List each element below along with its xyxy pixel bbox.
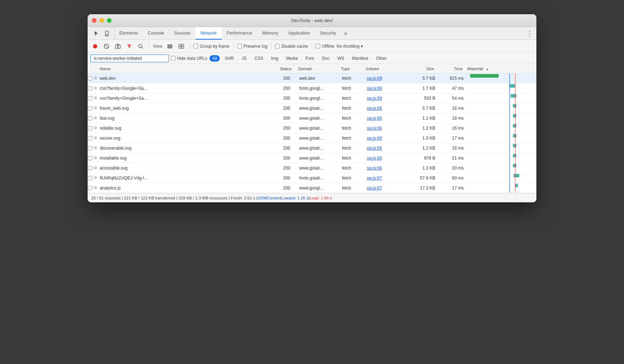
table-row[interactable]: ⚙ discoverable.svg 200 www.gstati… fetch…	[88, 143, 536, 153]
table-row[interactable]: ⚙ installable.svg 200 www.gstati… fetch …	[88, 153, 536, 163]
record-button[interactable]	[90, 42, 100, 51]
table-row[interactable]: ⚙ reliable.svg 200 www.gstati… fetch sw.…	[88, 123, 536, 133]
hide-data-urls-label[interactable]: Hide data URLs	[171, 56, 207, 61]
preserve-log-checkbox[interactable]	[237, 44, 242, 48]
tab-console[interactable]: Console	[143, 27, 169, 40]
filter-img-button[interactable]: Img	[268, 55, 281, 62]
list-view-button[interactable]	[165, 42, 175, 51]
close-button[interactable]	[92, 18, 97, 23]
row-checkbox[interactable]	[88, 106, 92, 110]
row-checkbox[interactable]	[88, 86, 92, 90]
row-checkbox[interactable]	[88, 156, 92, 160]
filter-xhr-button[interactable]: XHR	[222, 55, 236, 62]
row-initiator[interactable]: sw.js:67	[367, 176, 410, 181]
filter-js-button[interactable]: JS	[239, 55, 249, 62]
row-checkbox[interactable]	[88, 176, 92, 180]
row-checkbox[interactable]	[88, 116, 92, 120]
table-row[interactable]: ⚙ css?family=Google+Sa… 200 fonts.googl……	[88, 83, 536, 93]
table-row[interactable]: ⚙ analytics.js 200 www.googl… fetch sw.j…	[88, 183, 536, 193]
filter-media-button[interactable]: Media	[283, 55, 301, 62]
row-initiator[interactable]: sw.js:66	[367, 106, 410, 111]
cursor-icon[interactable]	[92, 29, 100, 38]
row-checkbox[interactable]	[88, 166, 92, 170]
header-status[interactable]: Status	[273, 67, 298, 71]
row-name[interactable]: flUhRq6tzZclQEJ-Vdg-I…	[98, 176, 274, 181]
filter-manifest-button[interactable]: Manifest	[349, 55, 371, 62]
filter-all-button[interactable]: All	[209, 55, 220, 62]
header-waterfall[interactable]: Waterfall ▲	[466, 67, 536, 71]
detail-view-button[interactable]	[177, 42, 186, 51]
row-name[interactable]: css?family=Google+Sa…	[98, 86, 274, 91]
row-name[interactable]: accessible.svg	[98, 166, 274, 171]
filter-ws-button[interactable]: WS	[334, 55, 347, 62]
hide-data-urls-checkbox[interactable]	[171, 56, 176, 61]
minimize-button[interactable]	[99, 18, 104, 23]
capture-screenshot-button[interactable]	[113, 42, 123, 51]
row-initiator[interactable]: sw.js:66	[367, 116, 410, 121]
maximize-button[interactable]	[107, 18, 111, 23]
table-row[interactable]: ⚙ flUhRq6tzZclQEJ-Vdg-I… 200 fonts.gstat…	[88, 173, 536, 183]
filter-doc-button[interactable]: Doc	[319, 55, 332, 62]
row-name[interactable]: discoverable.svg	[98, 146, 274, 151]
offline-label[interactable]: Offline	[316, 44, 334, 49]
row-checkbox[interactable]	[88, 76, 92, 80]
row-name[interactable]: fast.svg	[98, 116, 274, 121]
tab-application[interactable]: Application	[283, 27, 315, 40]
clear-button[interactable]	[102, 42, 111, 51]
table-row[interactable]: ⚙ fast.svg 200 www.gstati… fetch sw.js:6…	[88, 113, 536, 123]
group-by-frame-label[interactable]: Group by frame	[193, 44, 229, 49]
filter-icon[interactable]	[125, 42, 134, 51]
row-checkbox[interactable]	[88, 136, 92, 140]
header-time[interactable]: Time	[437, 67, 466, 71]
offline-checkbox[interactable]	[316, 44, 320, 48]
row-initiator[interactable]: sw.js:69	[367, 96, 410, 101]
mobile-icon[interactable]	[103, 29, 111, 38]
row-name[interactable]: css?family=Google+Sa…	[98, 96, 274, 101]
devtools-menu-button[interactable]: ⋮	[523, 27, 536, 40]
group-by-frame-checkbox[interactable]	[193, 44, 198, 48]
row-checkbox[interactable]	[88, 146, 92, 150]
tab-sources[interactable]: Sources	[169, 27, 196, 40]
row-initiator[interactable]: sw.js:69	[367, 76, 410, 81]
header-type[interactable]: Type	[341, 67, 366, 71]
header-size[interactable]: Size	[409, 67, 437, 71]
row-name[interactable]: web.dev	[98, 76, 274, 81]
row-initiator[interactable]: sw.js:66	[367, 146, 410, 151]
row-name[interactable]: secure.svg	[98, 136, 274, 141]
table-row[interactable]: ⚙ secure.svg 200 www.gstati… fetch sw.js…	[88, 133, 536, 143]
preserve-log-label[interactable]: Preserve log	[237, 44, 267, 49]
disable-cache-checkbox[interactable]	[275, 44, 280, 48]
row-name[interactable]: future_web.svg	[98, 106, 274, 111]
row-checkbox[interactable]	[88, 186, 92, 190]
table-row[interactable]: ⚙ accessible.svg 200 www.gstati… fetch s…	[88, 163, 536, 173]
tab-more-button[interactable]: »	[341, 27, 350, 40]
row-name[interactable]: installable.svg	[98, 156, 274, 161]
tab-memory[interactable]: Memory	[257, 27, 283, 40]
header-initiator[interactable]: Initiator	[366, 67, 409, 71]
row-initiator[interactable]: sw.js:66	[367, 136, 410, 141]
row-initiator[interactable]: sw.js:66	[367, 126, 410, 131]
disable-cache-label[interactable]: Disable cache	[275, 44, 308, 49]
row-checkbox[interactable]	[88, 96, 92, 100]
filter-other-button[interactable]: Other	[373, 55, 390, 62]
row-initiator[interactable]: sw.js:66	[367, 156, 410, 161]
tab-elements[interactable]: Elements	[114, 27, 143, 40]
tab-security[interactable]: Security	[315, 27, 341, 40]
tab-network[interactable]: Network	[196, 27, 222, 40]
filter-font-button[interactable]: Font	[303, 55, 317, 62]
tab-performance[interactable]: Performance	[222, 27, 258, 40]
table-row[interactable]: ⚙ web.dev 200 web.dev fetch sw.js:69 5.7…	[88, 73, 536, 83]
row-checkbox[interactable]	[88, 126, 92, 130]
row-initiator[interactable]: sw.js:69	[367, 86, 410, 91]
header-domain[interactable]: Domain	[298, 67, 341, 71]
table-row[interactable]: ⚙ future_web.svg 200 www.gstati… fetch s…	[88, 103, 536, 113]
header-name[interactable]: Name	[98, 67, 273, 71]
row-name[interactable]: analytics.js	[98, 186, 274, 191]
row-name[interactable]: reliable.svg	[98, 126, 274, 131]
throttle-select[interactable]: No throttling ▾	[337, 44, 363, 49]
row-initiator[interactable]: sw.js:67	[367, 186, 410, 191]
table-row[interactable]: ⚙ css?family=Google+Sa… 200 fonts.googl……	[88, 93, 536, 103]
filter-input[interactable]	[90, 54, 169, 62]
row-initiator[interactable]: sw.js:66	[367, 166, 410, 171]
filter-css-button[interactable]: CSS	[251, 55, 266, 62]
